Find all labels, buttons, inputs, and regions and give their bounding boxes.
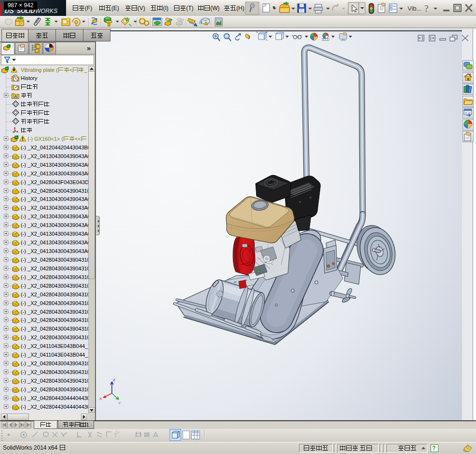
svg-text:WORKS: WORKS <box>35 8 57 14</box>
svg-text:?: ? <box>424 3 428 13</box>
svg-text:Z: Z <box>113 378 115 382</box>
svg-text:X: X <box>99 397 102 401</box>
svg-text:A: A <box>14 94 17 99</box>
svg-text:Vib...: Vib... <box>408 5 422 12</box>
svg-text:Y: Y <box>118 401 121 405</box>
